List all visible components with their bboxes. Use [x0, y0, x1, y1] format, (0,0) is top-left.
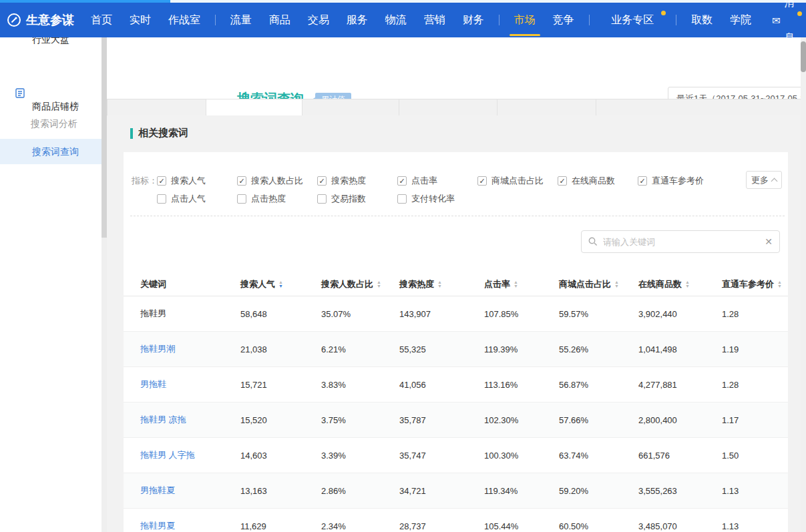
- column-header-search-popularity[interactable]: 搜索人气▲▼: [240, 278, 321, 290]
- cell: 1.13: [722, 521, 788, 531]
- cell: 2.34%: [321, 521, 399, 531]
- sidebar-group-search-term-analysis[interactable]: 搜索词分析: [31, 113, 77, 134]
- tab-1[interactable]: [107, 99, 206, 115]
- nav-item-service[interactable]: 服务: [338, 3, 377, 37]
- nav-item-home[interactable]: 首页: [82, 3, 121, 37]
- cell: 28,737: [399, 521, 484, 531]
- checkbox-online-products[interactable]: ✓在线商品数: [558, 175, 615, 187]
- nav-item-market-active[interactable]: 市场: [506, 3, 544, 37]
- keyword-link[interactable]: 拖鞋男 人字拖: [140, 449, 240, 461]
- nav-divider: [499, 15, 499, 25]
- nav-item-business-zone[interactable]: 业务专区: [595, 3, 670, 37]
- tab-3[interactable]: [303, 99, 399, 115]
- messages-button[interactable]: ✉ 消息: [772, 3, 797, 37]
- column-header-online-products[interactable]: 在线商品数▲▼: [638, 278, 722, 290]
- tab-2-active[interactable]: [206, 99, 303, 116]
- keyword-link[interactable]: 拖鞋男 凉拖: [140, 414, 240, 426]
- cell: 60.50%: [559, 521, 638, 531]
- column-header-searcher-share[interactable]: 搜索人数占比▲▼: [321, 278, 399, 290]
- checkbox-checked-icon: ✓: [397, 176, 407, 186]
- page-scrollbar-thumb[interactable]: [801, 41, 806, 72]
- clear-search-icon[interactable]: ✕: [765, 237, 773, 246]
- cell: 63.74%: [559, 451, 638, 461]
- checkbox-checked-icon: ✓: [317, 176, 327, 186]
- dashed-divider: [130, 216, 785, 216]
- sidebar-item-industry-overview[interactable]: 行业大盘: [32, 37, 69, 49]
- checkbox-ztc-reference-price[interactable]: ✓直通车参考价: [638, 175, 704, 187]
- brand-name: 生意参谋: [26, 12, 74, 28]
- checkbox-unchecked-icon: [157, 194, 166, 204]
- table-row: 男拖鞋夏 13,1632.86%34,721119.34%59.20%3,555…: [124, 473, 788, 509]
- keyword-link[interactable]: 拖鞋男夏: [140, 520, 240, 532]
- sidebar-scrollbar[interactable]: [102, 37, 107, 532]
- sort-icon[interactable]: ▲▼: [777, 280, 782, 288]
- nav-item-warroom[interactable]: 作战室: [160, 3, 209, 37]
- cell: 3.39%: [321, 451, 399, 461]
- more-button[interactable]: 更多: [746, 171, 782, 189]
- cell: 6.21%: [321, 344, 399, 354]
- sort-icon[interactable]: ▲▼: [437, 280, 442, 288]
- checkbox-search-popularity[interactable]: ✓搜索人气: [157, 175, 206, 187]
- cell: 35,747: [399, 451, 484, 461]
- nav-item-marketing[interactable]: 营销: [415, 3, 454, 37]
- checkbox-pay-conversion[interactable]: 支付转化率: [397, 193, 455, 205]
- nav-item-logistics[interactable]: 物流: [377, 3, 415, 37]
- checkbox-mall-click-share[interactable]: ✓商城点击占比: [477, 175, 544, 187]
- tab-4[interactable]: [399, 99, 497, 115]
- keyword-link[interactable]: 男拖鞋: [140, 378, 240, 390]
- cell: 143,907: [399, 309, 484, 319]
- sidebar: 行业大盘 商品店铺榜 搜索词分析 行业热搜词 搜索词查询: [0, 37, 102, 532]
- nav-item-trade[interactable]: 交易: [299, 3, 338, 37]
- keyword-link[interactable]: 拖鞋男潮: [140, 343, 240, 355]
- sort-icon[interactable]: ▲▼: [377, 280, 381, 288]
- cell: 2,800,400: [638, 415, 722, 425]
- column-header-search-heat[interactable]: 搜索热度▲▼: [399, 278, 484, 290]
- cell: 55,325: [399, 344, 484, 354]
- nav-item-realtime[interactable]: 实时: [121, 3, 160, 37]
- nav-item-finance[interactable]: 财务: [454, 3, 493, 37]
- filters-label: 指标：: [132, 175, 158, 187]
- sort-icon[interactable]: ▲▼: [685, 280, 690, 288]
- sort-icon[interactable]: ▲▼: [514, 280, 518, 288]
- column-header-click-rate[interactable]: 点击率▲▼: [484, 278, 559, 290]
- sort-icon[interactable]: ▲▼: [278, 280, 283, 288]
- cell: 13,163: [240, 486, 321, 496]
- checkbox-trade-index[interactable]: 交易指数: [317, 193, 366, 205]
- cell: 1.28: [722, 309, 788, 319]
- column-header-keyword: 关键词: [140, 278, 240, 290]
- search-input[interactable]: [603, 237, 759, 247]
- nav-item-traffic[interactable]: 流量: [222, 3, 260, 37]
- page-scrollbar[interactable]: [801, 37, 806, 532]
- cell: 3.83%: [321, 380, 399, 390]
- checkbox-searcher-share[interactable]: ✓搜索人数占比: [237, 175, 303, 187]
- column-header-mall-click-share[interactable]: 商城点击占比▲▼: [559, 278, 638, 290]
- cell: 57.66%: [559, 415, 638, 425]
- sidebar-item-search-term-query-active[interactable]: 搜索词查询: [0, 139, 102, 164]
- nav-item-academy[interactable]: 学院: [721, 3, 760, 37]
- cell: 56.87%: [559, 380, 638, 390]
- cell: 2.86%: [321, 486, 399, 496]
- cell: 1.13: [722, 486, 788, 496]
- cell: 35,787: [399, 415, 484, 425]
- cell: 1.50: [722, 451, 788, 461]
- sidebar-scrollbar-thumb[interactable]: [102, 37, 107, 238]
- checkbox-unchecked-icon: [397, 194, 407, 204]
- cell: 102.30%: [484, 415, 559, 425]
- cell: 55.26%: [559, 344, 638, 354]
- sort-icon[interactable]: ▲▼: [614, 280, 619, 288]
- table-row: 拖鞋男 凉拖 15,5203.75%35,787102.30%57.66%2,8…: [124, 403, 788, 438]
- checkbox-click-rate[interactable]: ✓点击率: [397, 175, 437, 187]
- checkbox-click-popularity[interactable]: 点击人气: [157, 193, 206, 205]
- nav-item-product[interactable]: 商品: [260, 3, 299, 37]
- cell: 1.19: [722, 344, 788, 354]
- checkbox-click-heat[interactable]: 点击热度: [237, 193, 286, 205]
- tab-6[interactable]: [596, 99, 806, 115]
- nav-item-competition[interactable]: 竞争: [544, 3, 583, 37]
- compass-logo-icon: [7, 13, 21, 27]
- cell: 107.85%: [484, 309, 559, 319]
- tab-5[interactable]: [497, 99, 596, 115]
- checkbox-search-heat[interactable]: ✓搜索热度: [317, 175, 366, 187]
- nav-item-data-extract[interactable]: 取数: [682, 3, 721, 37]
- keyword-link[interactable]: 男拖鞋夏: [140, 485, 240, 497]
- column-header-ztc-price[interactable]: 直通车参考价▲▼: [722, 278, 788, 290]
